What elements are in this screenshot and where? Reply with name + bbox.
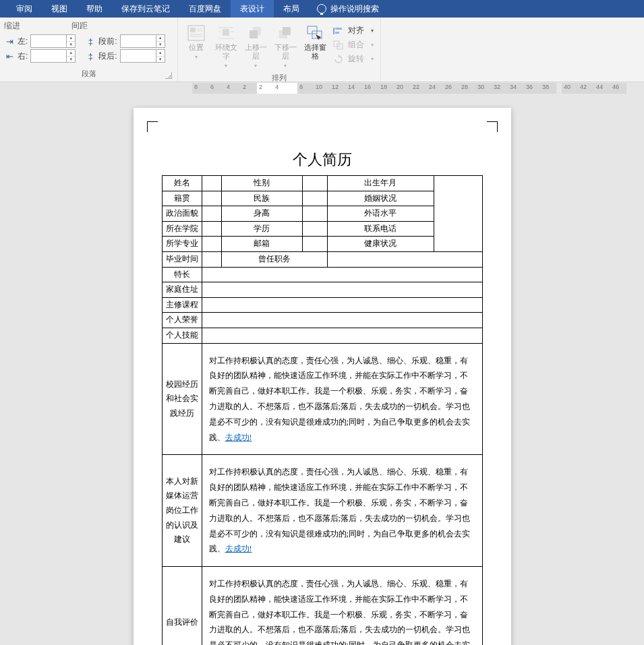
send-backward-icon [275,24,295,42]
spacing-before-spinner[interactable]: ▲▼ [120,34,165,48]
ribbon: 缩进 间距 ⇥ 左: ▲▼ ‡ 段前: ▲▼ ⇤ 右: [0,18,644,82]
tab-baidu[interactable]: 百度网盘 [179,0,231,18]
cell-section1-title[interactable]: 校园经历和社会实践经历 [162,343,202,455]
ribbon-tabs: 审阅 视图 帮助 保存到云笔记 百度网盘 表设计 布局 操作说明搜索 [0,0,644,18]
svg-rect-6 [223,29,229,36]
cell-phone-label[interactable]: 联系电话 [328,221,434,237]
cell-name-val[interactable] [202,176,221,191]
rotate-button: 旋转▾ [330,53,376,65]
group-arrange: 位置▾ 环绕文字▾ 上移一层▾ 下移一层▾ 选择窗格 对齐▾ [178,18,381,82]
cell-grad-label[interactable]: 毕业时间 [162,251,202,267]
cell-courses-label[interactable]: 主修课程 [162,297,202,313]
cell-gender-val[interactable] [302,176,328,191]
cell-college-label[interactable]: 所在学院 [162,221,202,237]
cell-honor-label[interactable]: 个人荣誉 [162,313,202,328]
cell[interactable] [202,191,221,206]
tab-save-cloud[interactable]: 保存到云笔记 [112,0,179,18]
indent-left-label: 左: [18,36,28,47]
indent-left-input[interactable] [31,35,66,47]
indent-left-icon: ⇥ [4,36,15,47]
spacing-before-input[interactable] [121,35,156,47]
cell-ethnic-label[interactable]: 民族 [221,191,302,206]
cell-section3-body[interactable]: 对工作持积极认真的态度，责任心强，为人诚恳、细心、乐观、稳重，有良好的团队精神，… [202,567,482,645]
lightbulb-icon [317,4,326,13]
cell-lang-label[interactable]: 外语水平 [328,206,434,222]
tab-table-design[interactable]: 表设计 [231,0,274,18]
tab-review[interactable]: 审阅 [7,0,42,18]
cell-addr-label[interactable]: 家庭住址 [162,282,202,298]
cell-major-label[interactable]: 所学专业 [162,237,202,252]
cell[interactable] [302,237,328,252]
svg-rect-14 [283,27,291,35]
align-button[interactable]: 对齐▾ [330,24,376,37]
cell[interactable] [202,251,221,267]
cell-skill-label[interactable]: 个人技能 [162,328,202,343]
cell-photo[interactable] [434,176,482,252]
link-success[interactable]: 去成功! [225,544,252,553]
crop-mark [487,121,498,132]
document-page: 个人简历 姓名 性别 出生年月 籍贯 民族 婚姻状况 政治面貌 身高 外语水平 … [134,108,511,645]
crop-mark [147,121,158,132]
tab-view[interactable]: 视图 [42,0,77,18]
spacing-after-label: 段后: [98,51,117,62]
document-title[interactable]: 个人简历 [162,150,483,170]
group-icon [333,40,344,50]
spacing-after-spinner[interactable]: ▲▼ [120,49,165,63]
cell-specialty-label[interactable]: 特长 [162,267,202,282]
cell[interactable] [302,206,328,222]
selection-pane-icon [305,24,325,42]
bring-forward-button: 上移一层▾ [241,23,270,71]
bring-forward-icon [245,24,266,42]
cell-height-label[interactable]: 身高 [221,206,302,222]
indent-left-spinner[interactable]: ▲▼ [30,34,76,48]
cell[interactable] [202,297,482,313]
group-label-paragraph: 段落 [4,67,173,82]
indent-right-spinner[interactable]: ▲▼ [30,49,76,63]
paragraph-dialog-launcher[interactable] [165,72,172,79]
cell[interactable] [202,313,482,328]
cell[interactable] [202,267,482,282]
cell-name-label[interactable]: 姓名 [162,176,202,191]
cell-section3-title[interactable]: 自我评价 [162,567,202,645]
horizontal-ruler[interactable]: 8642248101214161820222426283032343638404… [0,82,644,94]
cell[interactable] [202,221,221,237]
resume-table[interactable]: 姓名 性别 出生年月 籍贯 民族 婚姻状况 政治面貌 身高 外语水平 所在学院 … [162,175,483,645]
cell-native-label[interactable]: 籍贯 [162,191,202,206]
cell-position-label[interactable]: 曾任职务 [221,251,327,267]
cell-section1-body[interactable]: 对工作持积极认真的态度，责任心强，为人诚恳、细心、乐观、稳重，有良好的团队精神，… [202,343,482,455]
cell-section2-body[interactable]: 对工作持积极认真的态度，责任心强，为人诚恳、细心、乐观、稳重，有良好的团队精神，… [202,455,482,567]
svg-rect-19 [335,32,339,34]
spacing-after-input[interactable] [121,50,156,62]
send-backward-button: 下移一层▾ [271,23,299,71]
cell[interactable] [302,221,328,237]
cell-birth-label[interactable]: 出生年月 [328,176,434,191]
cell-political-label[interactable]: 政治面貌 [162,206,202,222]
cell[interactable] [202,206,221,222]
tab-help[interactable]: 帮助 [77,0,112,18]
cell[interactable] [202,282,482,298]
cell-edu-label[interactable]: 学历 [221,221,302,237]
tab-layout[interactable]: 布局 [274,0,309,18]
position-button: 位置▾ [182,23,210,63]
cell-health-label[interactable]: 健康状况 [328,237,434,252]
indent-right-input[interactable] [31,50,66,62]
cell-gender-label[interactable]: 性别 [221,176,302,191]
cell[interactable] [328,251,482,267]
cell[interactable] [202,328,482,343]
selection-pane-button[interactable]: 选择窗格 [301,23,329,62]
spacing-after-icon: ‡ [85,51,96,61]
cell-marital-label[interactable]: 婚姻状况 [328,191,434,206]
cell-email-label[interactable]: 邮箱 [221,237,302,252]
cell-section2-title[interactable]: 本人对新媒体运营岗位工作的认识及建议 [162,455,202,567]
align-icon [333,26,344,36]
tell-me-label: 操作说明搜索 [330,3,379,15]
cell[interactable] [202,237,221,252]
cell[interactable] [302,191,328,206]
document-workspace[interactable]: 8642248101214161820222426283032343638404… [0,82,644,645]
svg-rect-1 [190,28,196,32]
wrap-text-icon [216,24,236,42]
link-success[interactable]: 去成功! [225,433,252,442]
spacing-before-icon: ‡ [85,36,96,47]
spacing-header: 间距 [71,20,152,32]
tell-me-search[interactable]: 操作说明搜索 [309,3,379,15]
